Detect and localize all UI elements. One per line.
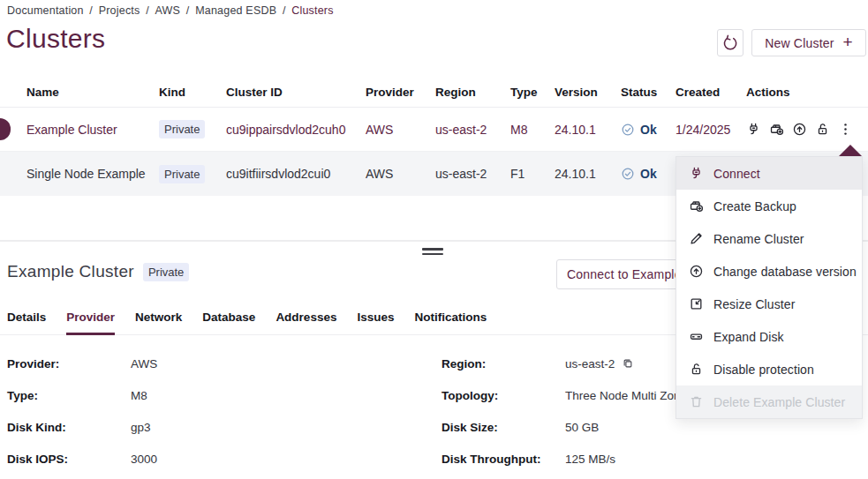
- page-title: Clusters: [6, 24, 105, 54]
- new-cluster-label: New Cluster: [765, 36, 834, 50]
- tab-provider[interactable]: Provider: [66, 305, 115, 335]
- field-label: Provider:: [7, 357, 131, 370]
- cell-type: F1: [510, 167, 555, 181]
- field-value-text: 125 MB/s: [565, 453, 615, 466]
- cell-version: 24.10.1: [555, 167, 621, 181]
- field-value-text: us-east-2: [565, 357, 615, 370]
- menu-item-label: Create Backup: [713, 199, 796, 213]
- detail-field: Disk Kind:gp3: [7, 411, 157, 443]
- disk-icon: [689, 329, 704, 344]
- breadcrumb-item-aws[interactable]: AWS: [155, 4, 181, 17]
- status-label: Ok: [640, 167, 657, 181]
- menu-item-create-backup[interactable]: Create Backup: [676, 190, 862, 222]
- field-value: 125 MB/s: [565, 453, 615, 466]
- column-header-name: Name: [26, 86, 159, 99]
- new-cluster-button[interactable]: New Cluster +: [751, 29, 866, 56]
- backup-icon[interactable]: [769, 122, 784, 137]
- field-value: AWS: [131, 357, 157, 370]
- field-label: Disk Kind:: [7, 421, 131, 434]
- trash-icon: [689, 394, 704, 409]
- tab-network[interactable]: Network: [135, 305, 182, 335]
- field-label: Disk Throughput:: [442, 453, 565, 466]
- column-header-type: Type: [510, 86, 555, 99]
- column-header-region: Region: [435, 86, 510, 99]
- cell-type: M8: [510, 123, 555, 137]
- field-value: M8: [131, 389, 147, 402]
- column-header-kind: Kind: [159, 86, 226, 99]
- breadcrumb-separator: /: [180, 4, 195, 17]
- field-value-text: Three Node Multi Zone: [565, 389, 687, 402]
- refresh-icon: [721, 34, 739, 52]
- resize-icon: [689, 296, 704, 311]
- menu-item-change-database-version[interactable]: Change database version: [676, 255, 862, 288]
- clusters-page: Documentation / Projects / AWS / Managed…: [0, 0, 868, 479]
- cell-kind: Private: [159, 165, 226, 183]
- refresh-button[interactable]: [717, 29, 743, 56]
- field-value: 3000: [131, 453, 157, 466]
- copy-icon[interactable]: [622, 357, 634, 370]
- breadcrumb-item-projects[interactable]: Projects: [99, 4, 140, 17]
- selected-row-marker: [0, 118, 11, 140]
- status-label: Ok: [640, 123, 657, 137]
- detail-field: Type:M8: [7, 379, 157, 411]
- field-value: gp3: [131, 421, 151, 434]
- cell-name: Single Node Example: [26, 167, 159, 181]
- column-header-cluster-id: Cluster ID: [226, 86, 366, 99]
- menu-item-label: Rename Cluster: [713, 232, 804, 246]
- arrow-up-circle-icon: [689, 264, 704, 279]
- tab-issues[interactable]: Issues: [357, 305, 394, 335]
- field-value-text: AWS: [131, 357, 157, 370]
- tab-notifications[interactable]: Notifications: [414, 305, 487, 335]
- column-header-version: Version: [555, 86, 621, 99]
- field-label: Region:: [442, 357, 565, 370]
- detail-field: Disk Throughput:125 MB/s: [442, 443, 687, 475]
- menu-item-label: Change database version: [713, 265, 857, 279]
- cell-actions: [746, 122, 863, 137]
- menu-item-disable-protection[interactable]: Disable protection: [676, 353, 862, 385]
- kind-badge: Private: [159, 165, 205, 183]
- table-header-row: NameKindCluster IDProviderRegionTypeVers…: [0, 78, 868, 108]
- detail-fields-right: Region:us-east-2Topology:Three Node Mult…: [442, 348, 687, 475]
- breadcrumb-item-documentation[interactable]: Documentation: [7, 4, 84, 17]
- menu-item-resize-cluster[interactable]: Resize Cluster: [676, 288, 862, 320]
- check-circle-icon: [621, 167, 635, 181]
- detail-field: Disk Size:50 GB: [442, 411, 687, 443]
- breadcrumb-separator: /: [84, 4, 99, 17]
- cell-status: Ok: [621, 167, 676, 181]
- breadcrumb-item-managed-esdb[interactable]: Managed ESDB: [195, 4, 276, 17]
- detail-field: Disk IOPS:3000: [7, 443, 157, 475]
- detail-field: Region:us-east-2: [442, 348, 687, 379]
- table-row[interactable]: Example ClusterPrivatecu9ippairsdvlod2cu…: [0, 108, 868, 152]
- cell-version: 24.10.1: [555, 123, 621, 137]
- kebab-icon[interactable]: [838, 122, 853, 137]
- backup-icon: [689, 198, 704, 213]
- row-actions-context-menu: ConnectCreate BackupRename ClusterChange…: [676, 156, 863, 419]
- menu-item-label: Connect: [713, 167, 760, 181]
- tab-details[interactable]: Details: [7, 305, 46, 335]
- field-value-text: M8: [131, 389, 147, 402]
- tab-addresses[interactable]: Addresses: [275, 305, 336, 335]
- menu-item-label: Resize Cluster: [713, 297, 795, 311]
- plus-icon: +: [843, 33, 853, 52]
- panel-drag-handle[interactable]: [422, 248, 443, 258]
- column-header-created: Created: [676, 86, 746, 99]
- column-header-provider: Provider: [366, 86, 435, 99]
- unlock-icon[interactable]: [815, 122, 830, 137]
- menu-item-rename-cluster[interactable]: Rename Cluster: [676, 222, 862, 255]
- menu-item-connect[interactable]: Connect: [676, 157, 862, 190]
- column-header-status: Status: [621, 86, 676, 99]
- field-label: Disk Size:: [442, 421, 565, 434]
- menu-item-expand-disk[interactable]: Expand Disk: [676, 320, 862, 353]
- breadcrumb-separator: /: [276, 4, 291, 17]
- field-value-text: 3000: [131, 453, 157, 466]
- cell-region: us-east-2: [435, 123, 510, 137]
- plug-icon[interactable]: [746, 122, 761, 137]
- field-label: Type:: [7, 389, 131, 402]
- tab-database[interactable]: Database: [202, 305, 255, 335]
- cell-provider: AWS: [366, 123, 435, 137]
- field-value-text: 50 GB: [565, 421, 599, 434]
- detail-field: Provider:AWS: [7, 348, 157, 379]
- arrow-up-circle-icon[interactable]: [792, 122, 807, 137]
- cell-created: 1/24/2025: [676, 123, 746, 137]
- check-circle-icon: [621, 123, 635, 137]
